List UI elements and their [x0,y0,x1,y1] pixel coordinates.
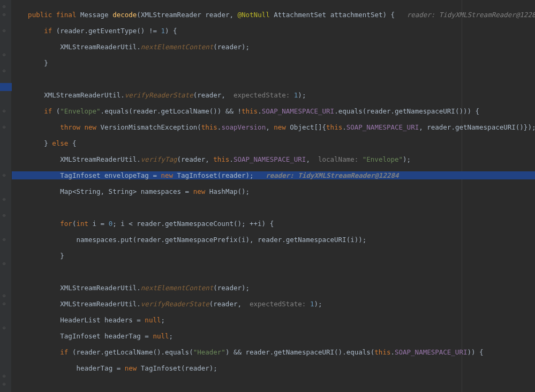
code-line[interactable]: throw new VersionMismatchException(this.… [12,123,535,131]
code-line[interactable]: if (reader.getEventType() != 1) { [12,27,535,35]
code-line[interactable]: headerTag = new TagInfoset(reader); [12,364,535,372]
code-line[interactable]: XMLStreamReaderUtil.nextElementContent(r… [12,284,535,292]
fold-icon[interactable]: ⊖ [3,212,5,220]
fold-icon[interactable]: ⊖ [3,123,5,131]
fold-icon[interactable]: ⊖ [3,260,5,268]
code-line[interactable]: if (reader.getLocalName().equals("Header… [12,348,535,356]
code-line[interactable]: } [12,59,535,67]
fold-icon[interactable]: ⊖ [3,171,5,179]
code-line[interactable]: XMLStreamReaderUtil.nextElementContent(r… [12,43,535,51]
fold-icon[interactable]: ⊖ [3,27,5,35]
editor-gutter[interactable]: ⊖ ⊖ ⊖ ⊖ ⊖ ⊖ ⊖ ⊖ ⊖ ⊖ ⊖ ⊖ ⊖ ⊖ ⊖ ⊖ ⊖ [0,0,12,392]
code-line[interactable]: HeaderList headers = null; [12,316,535,324]
code-line[interactable]: Map<String, String> namespaces = new Has… [12,187,535,195]
current-line-gutter [0,83,12,91]
fold-icon[interactable]: ⊖ [3,107,5,115]
code-line[interactable]: namespaces.put(reader.getNamespacePrefix… [12,236,535,244]
code-line[interactable]: } [12,252,535,260]
fold-icon[interactable]: ⊖ [3,372,5,380]
code-line[interactable]: XMLStreamReaderUtil.verifyReaderState(re… [12,300,535,308]
fold-icon[interactable]: ⊖ [3,292,5,300]
current-line[interactable]: TagInfoset envelopeTag = new TagInfoset(… [12,171,535,179]
code-line[interactable]: if ("Envelope".equals(reader.getLocalNam… [12,107,535,115]
fold-icon[interactable]: ⊖ [3,236,5,244]
code-line[interactable] [12,203,535,212]
code-line[interactable] [12,268,535,276]
fold-icon[interactable]: ⊖ [3,67,5,75]
code-line[interactable]: public final Message decode(XMLStreamRea… [12,11,535,19]
code-line[interactable] [12,380,535,388]
fold-icon[interactable]: ⊖ [3,51,5,59]
code-line[interactable]: XMLStreamReaderUtil.verifyReaderState(re… [12,91,535,99]
fold-icon[interactable]: ⊖ [3,11,5,19]
fold-icon[interactable]: ⊖ [3,324,5,332]
code-editor[interactable]: public final Message decode(XMLStreamRea… [12,0,535,392]
code-line[interactable]: TagInfoset headerTag = null; [12,332,535,340]
code-line[interactable]: for(int i = 0; i < reader.getNamespaceCo… [12,220,535,228]
fold-icon[interactable]: ⊖ [3,3,5,11]
fold-icon[interactable]: ⊖ [3,300,5,308]
fold-icon[interactable]: ⊖ [3,195,5,203]
code-line[interactable]: } else { [12,139,535,147]
fold-icon[interactable]: ⊖ [3,380,5,388]
code-line[interactable] [12,75,535,83]
code-line[interactable]: XMLStreamReaderUtil.verifyTag(reader, th… [12,155,535,163]
